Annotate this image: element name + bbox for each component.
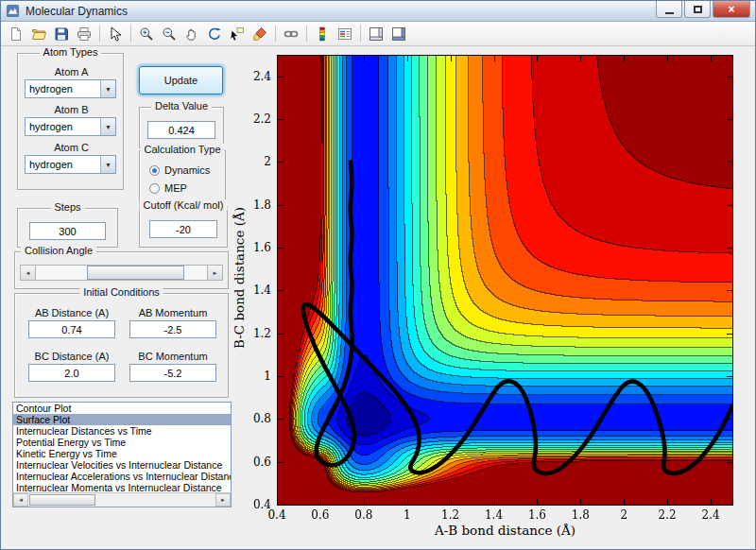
minimize-button[interactable] <box>656 1 682 18</box>
ab-momentum-label: AB Momentum <box>126 307 220 318</box>
maximize-button[interactable] <box>684 1 711 18</box>
steps-panel: Steps 300 <box>17 208 118 248</box>
potential-contour-plot[interactable] <box>277 55 733 506</box>
hscroll-track[interactable] <box>28 493 215 507</box>
y-tick-label: 2 <box>235 155 271 168</box>
radio-dynamics[interactable]: Dynamics <box>149 164 210 176</box>
radio-mep[interactable]: MEP <box>149 182 187 194</box>
plot-list-item[interactable]: Potential Energy vs Time <box>13 437 231 448</box>
close-button[interactable]: × <box>713 1 750 18</box>
show-plot-tools-icon <box>391 26 406 42</box>
update-button[interactable]: Update <box>139 66 223 95</box>
data-cursor-icon <box>230 26 245 42</box>
plot-list-item[interactable]: Internuclear Momenta vs Internuclear Dis… <box>13 482 231 492</box>
slider-thumb[interactable] <box>87 266 184 280</box>
x-tick-label: 2.4 <box>692 508 730 522</box>
ab-momentum-field[interactable]: -2.5 <box>129 320 216 338</box>
rotate-3d-button[interactable] <box>203 24 226 44</box>
zoom-in-icon <box>139 26 154 42</box>
plot-list-item[interactable]: Kinetic Energy vs Time <box>13 448 231 459</box>
bc-momentum-field[interactable]: -5.2 <box>129 364 216 382</box>
x-tick-label: 1.4 <box>475 508 513 522</box>
plot-list-item[interactable]: Surface Plot <box>13 414 231 425</box>
slider-right-arrow[interactable]: ► <box>207 265 223 281</box>
open-file-button[interactable] <box>27 24 50 44</box>
hide-plot-tools-icon <box>369 26 384 42</box>
rotate-3d-icon <box>207 26 222 42</box>
brush-button[interactable] <box>249 24 271 44</box>
print-figure-button[interactable] <box>73 24 95 44</box>
zoom-out-button[interactable] <box>158 24 180 44</box>
cutoff-field[interactable]: -20 <box>149 220 217 238</box>
hscroll-right-arrow[interactable]: ► <box>215 493 231 507</box>
toolbar-separator <box>99 26 100 42</box>
x-tick-label: 0.6 <box>301 508 339 522</box>
hscroll-thumb[interactable] <box>29 494 95 506</box>
bc-distance-label: BC Distance (A) <box>25 351 119 362</box>
open-file-icon <box>31 26 46 42</box>
steps-field[interactable]: 300 <box>29 222 106 240</box>
link-plot-button[interactable] <box>280 24 302 44</box>
insert-colorbar-icon <box>315 26 330 42</box>
new-figure-button[interactable] <box>5 24 27 44</box>
ab-distance-field[interactable]: 0.74 <box>28 320 115 338</box>
figure-toolbar <box>1 22 755 46</box>
pan-button[interactable] <box>180 24 203 44</box>
radio-mep-label: MEP <box>164 182 187 194</box>
atom-c-dropdown[interactable]: hydrogen ▼ <box>25 155 116 174</box>
zoom-out-icon <box>162 26 177 42</box>
atom-types-title: Atom Types <box>40 46 102 58</box>
insert-legend-button[interactable] <box>334 24 356 44</box>
save-figure-icon <box>54 26 69 42</box>
y-tick-label: 1.4 <box>235 284 271 297</box>
bc-momentum-label: BC Momentum <box>126 351 220 362</box>
new-figure-icon <box>9 26 24 42</box>
arrow-left-icon: ◄ <box>18 497 24 503</box>
hide-plot-tools-button[interactable] <box>365 24 387 44</box>
atom-c-label: Atom C <box>18 142 125 153</box>
plot-list-item[interactable]: Contour Plot <box>13 403 231 414</box>
x-tick-label: 2 <box>605 508 643 522</box>
delta-value-field[interactable]: 0.424 <box>147 121 215 139</box>
collision-angle-title: Collision Angle <box>21 245 96 256</box>
x-tick-label: 1.6 <box>518 508 556 522</box>
atom-b-dropdown[interactable]: hydrogen ▼ <box>25 117 116 136</box>
show-plot-tools-button[interactable] <box>387 24 410 44</box>
plot-list-item[interactable]: Internuclear Accelerations vs Internucle… <box>13 471 231 482</box>
window-controls: × <box>654 1 750 18</box>
plot-list-item[interactable]: Internuclear Velocities vs Internuclear … <box>13 459 231 471</box>
initial-conditions-title: Initial Conditions <box>79 286 163 298</box>
zoom-in-button[interactable] <box>135 24 158 44</box>
steps-title: Steps <box>50 201 84 213</box>
delta-value-panel: Delta Value 0.424 <box>139 107 224 148</box>
calculation-type-panel: Calculation Type Dynamics MEP <box>139 150 226 205</box>
bc-distance-field[interactable]: 2.0 <box>28 364 115 382</box>
insert-colorbar-button[interactable] <box>311 24 334 44</box>
chevron-down-icon: ▼ <box>100 80 115 97</box>
collision-angle-slider[interactable]: ◄ ► <box>20 265 223 281</box>
plot-type-listbox[interactable]: Contour PlotSurface PlotInternuclear Dis… <box>12 402 232 507</box>
slider-track[interactable] <box>36 265 207 281</box>
close-icon: × <box>728 3 734 16</box>
x-tick-label: 1.8 <box>561 508 599 522</box>
plot-list-item[interactable]: Internuclear Distances vs Time <box>13 425 231 437</box>
data-cursor-button[interactable] <box>226 24 249 44</box>
atom-c-value: hydrogen <box>26 156 100 173</box>
cutoff-panel: Cutoff (Kcal/ mol) -20 <box>139 206 228 248</box>
atom-a-dropdown[interactable]: hydrogen ▼ <box>25 79 116 98</box>
x-axis-label: A-B bond distance (Å) <box>277 523 733 538</box>
x-tick-label: 0.8 <box>345 508 383 522</box>
y-tick-label: 2.4 <box>235 70 271 83</box>
slider-left-arrow[interactable]: ◄ <box>20 265 36 281</box>
chevron-down-icon: ▼ <box>100 156 115 173</box>
listbox-hscrollbar[interactable]: ◄ ► <box>13 492 231 507</box>
y-tick-label: 1 <box>235 370 271 383</box>
hscroll-left-arrow[interactable]: ◄ <box>13 493 28 507</box>
arrow-right-icon: ► <box>220 497 226 503</box>
save-figure-button[interactable] <box>50 24 73 44</box>
arrow-right-icon: ► <box>213 270 218 276</box>
edit-plot-button[interactable] <box>104 24 127 44</box>
y-tick-label: 1.8 <box>235 198 271 212</box>
pan-icon <box>184 26 199 42</box>
radio-icon <box>149 183 160 194</box>
